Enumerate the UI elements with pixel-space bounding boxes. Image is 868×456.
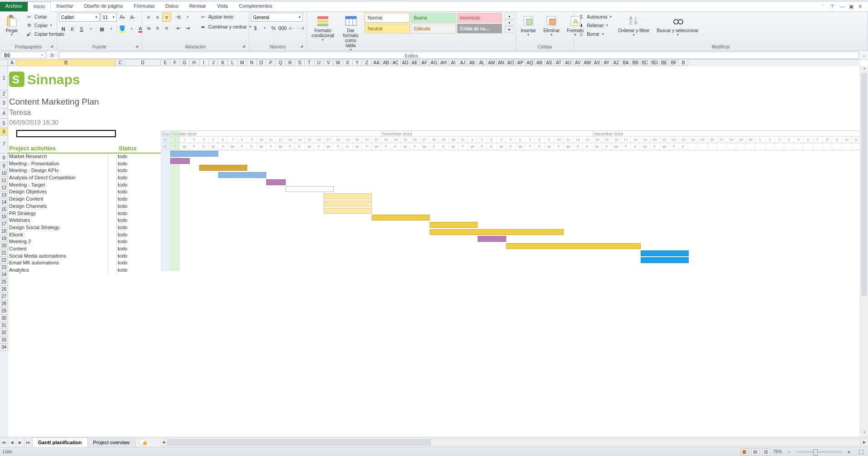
- gantt-bar[interactable]: [430, 222, 478, 228]
- activity-row[interactable]: PR Strategytodo: [8, 211, 161, 218]
- activity-row[interactable]: Market Researchtodo: [8, 154, 161, 161]
- window-close-icon[interactable]: ✕: [858, 4, 864, 10]
- tab-complementos[interactable]: Complementos: [233, 2, 278, 11]
- italic-button[interactable]: K: [68, 24, 77, 34]
- row-headers[interactable]: 1234567891011121314151617181920212223242…: [0, 66, 8, 437]
- fill-color-button[interactable]: 🪣: [118, 24, 127, 34]
- wrap-text-button[interactable]: ↩Ajustar texto: [197, 13, 253, 21]
- activity-row[interactable]: Analyticstodo: [8, 267, 161, 274]
- group-launcher-icon[interactable]: ◢: [50, 44, 56, 49]
- styles-more-button[interactable]: ⏷: [505, 26, 514, 33]
- activity-row[interactable]: Design Contenttodo: [8, 196, 161, 203]
- sheet-tab-overview[interactable]: Project overview: [88, 437, 136, 447]
- activity-check[interactable]: [109, 260, 117, 267]
- view-pagebreak-button[interactable]: ▥: [762, 448, 770, 456]
- gantt-bar[interactable]: [324, 208, 372, 214]
- decrease-decimal-button[interactable]: ←.0: [296, 24, 305, 33]
- fill-button[interactable]: ⬇Rellenar▾: [576, 21, 614, 29]
- style-cell[interactable]: Celda de co...: [457, 24, 502, 34]
- tab-insertar[interactable]: Insertar: [51, 2, 78, 11]
- gantt-bar[interactable]: [266, 179, 285, 185]
- border-button[interactable]: ▦: [97, 24, 106, 34]
- autosum-button[interactable]: ΣAutosuma▾: [576, 13, 614, 21]
- name-box[interactable]: B6▾: [1, 52, 46, 58]
- underline-button[interactable]: S: [77, 24, 86, 34]
- orientation-dropdown[interactable]: [183, 13, 192, 22]
- paste-button[interactable]: Pegar▾: [2, 13, 22, 38]
- group-launcher-icon[interactable]: ◢: [300, 44, 306, 49]
- sheet-add-button[interactable]: [135, 437, 151, 447]
- activity-row[interactable]: Meeting 2todo: [8, 239, 161, 246]
- activity-row[interactable]: Design Channelstodo: [8, 203, 161, 211]
- gantt-bar[interactable]: [641, 250, 689, 256]
- style-cell[interactable]: Neutral: [364, 24, 410, 34]
- align-bottom-button[interactable]: ≡: [162, 13, 171, 22]
- activity-row[interactable]: Ebooktodo: [8, 232, 161, 239]
- gantt-bar[interactable]: [218, 172, 266, 178]
- insert-cells-button[interactable]: Insertar▾: [518, 13, 539, 38]
- activity-check[interactable]: [109, 161, 117, 168]
- sheet-nav-first[interactable]: ⏮: [0, 437, 8, 447]
- activity-check[interactable]: [109, 217, 117, 225]
- activity-check[interactable]: [109, 175, 117, 182]
- border-dropdown[interactable]: [106, 24, 115, 34]
- worksheet-cells[interactable]: SSinnaps Content Marketing Plan Teresa 0…: [8, 66, 860, 437]
- fill-dropdown[interactable]: [127, 24, 136, 34]
- activity-check[interactable]: [109, 246, 117, 253]
- activity-check[interactable]: [109, 267, 117, 274]
- gantt-bar[interactable]: [170, 151, 218, 157]
- font-name-select[interactable]: Calibri▾: [59, 13, 100, 22]
- activity-row[interactable]: Contenttodo: [8, 246, 161, 253]
- percent-button[interactable]: %: [269, 24, 278, 33]
- format-as-table-button[interactable]: Dar formato como tabla▾: [339, 13, 363, 53]
- increase-decimal-button[interactable]: .0→: [287, 24, 296, 33]
- column-headers[interactable]: ABCDEFGHIJKLMNOPQRSTUVWXYZAAABACADAEAFAG…: [8, 60, 860, 66]
- fx-button[interactable]: fx: [47, 53, 58, 58]
- sheet-tab-gantt[interactable]: Gantt planification: [33, 437, 88, 447]
- horizontal-scrollbar[interactable]: [167, 439, 861, 446]
- gantt-bar[interactable]: [170, 158, 189, 164]
- gantt-bar[interactable]: [324, 201, 372, 206]
- group-launcher-icon[interactable]: ◢: [242, 44, 248, 49]
- activity-check[interactable]: [109, 182, 117, 189]
- increase-indent-button[interactable]: ⇥: [183, 24, 192, 33]
- hscroll-left[interactable]: ◀: [160, 439, 167, 446]
- zoom-slider[interactable]: [796, 451, 842, 453]
- grow-font-button[interactable]: A▴: [118, 13, 127, 22]
- sort-filter-button[interactable]: AZOrdenar y filtrar▾: [615, 13, 652, 38]
- gantt-bar[interactable]: [324, 193, 372, 199]
- activity-check[interactable]: [109, 232, 117, 239]
- tab-inicio[interactable]: Inicio: [28, 2, 51, 12]
- tab-formulas[interactable]: Fórmulas: [128, 2, 160, 11]
- activity-row[interactable]: Meeting - Design KPIstodo: [8, 168, 161, 175]
- activity-check[interactable]: [109, 253, 117, 260]
- gantt-bar[interactable]: [286, 186, 334, 192]
- group-launcher-icon[interactable]: ◢: [135, 44, 141, 49]
- clear-button[interactable]: ◇Borrar▾: [576, 30, 614, 38]
- gantt-bar[interactable]: [641, 257, 689, 263]
- delete-cells-button[interactable]: Eliminar▾: [541, 13, 562, 38]
- activity-check[interactable]: [109, 203, 117, 211]
- activity-check[interactable]: [109, 154, 117, 161]
- window-minimize-icon[interactable]: —: [840, 4, 846, 10]
- align-right-button[interactable]: ≡: [162, 24, 171, 33]
- style-cell[interactable]: Cálculo: [411, 24, 456, 34]
- align-left-button[interactable]: ≡: [144, 24, 153, 33]
- style-cell[interactable]: Buena: [411, 13, 456, 23]
- gantt-bar[interactable]: [506, 243, 641, 249]
- decrease-indent-button[interactable]: ⇤: [174, 24, 183, 33]
- activity-check[interactable]: [109, 189, 117, 196]
- find-select-button[interactable]: Buscar y seleccionar▾: [654, 13, 701, 38]
- select-all-corner[interactable]: [0, 60, 8, 66]
- activity-check[interactable]: [109, 211, 117, 218]
- gantt-bar[interactable]: [430, 229, 564, 235]
- gantt-bar[interactable]: [199, 165, 247, 171]
- view-normal-button[interactable]: ▦: [740, 448, 748, 456]
- fullscreen-button[interactable]: ⛶: [856, 447, 865, 456]
- zoom-out-button[interactable]: −: [785, 447, 794, 456]
- tab-diseno[interactable]: Diseño de página: [79, 2, 129, 11]
- orientation-button[interactable]: ⟲: [174, 13, 183, 22]
- style-cell[interactable]: Incorrecto: [457, 13, 502, 23]
- window-restore-icon[interactable]: ▣: [849, 4, 855, 10]
- view-layout-button[interactable]: ▤: [751, 448, 759, 456]
